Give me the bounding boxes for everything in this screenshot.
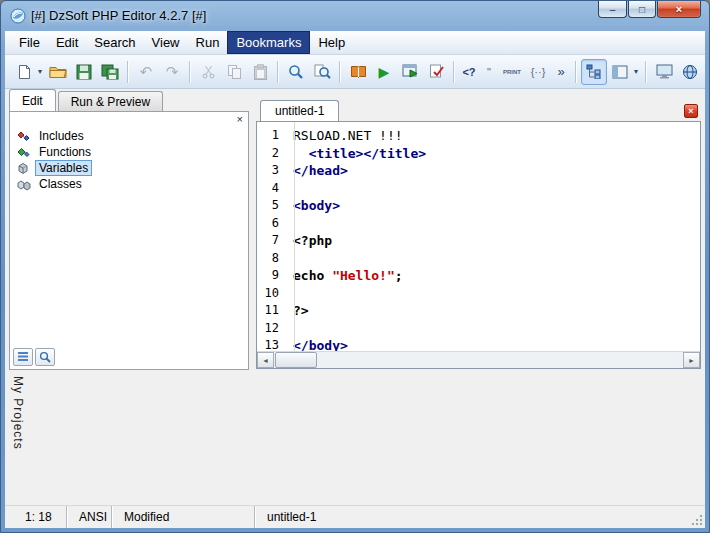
- undo-icon: ↶: [140, 64, 153, 79]
- copy-button[interactable]: [221, 59, 247, 85]
- code-line: 1RSLOAD.NET !!!: [257, 127, 700, 145]
- run-icon: ▶: [379, 65, 390, 79]
- includes-icon: [16, 130, 32, 143]
- layout-dropdown[interactable]: ▾: [631, 67, 641, 76]
- explorer-find-button[interactable]: [35, 348, 55, 366]
- find-next-button[interactable]: [309, 59, 335, 85]
- document-close-button[interactable]: ×: [684, 104, 698, 118]
- braces-button[interactable]: {··}: [525, 59, 551, 85]
- horizontal-scrollbar[interactable]: ◄ ►: [257, 351, 700, 368]
- php-tags-button[interactable]: <?: [459, 59, 479, 85]
- scroll-left-arrow[interactable]: ◄: [257, 352, 274, 368]
- line-number: 5: [257, 197, 288, 215]
- toolbar-separator: [453, 61, 455, 83]
- toolbar-right-overflow-button[interactable]: »: [703, 59, 710, 85]
- layout-button[interactable]: [607, 59, 633, 85]
- find-button[interactable]: [283, 59, 309, 85]
- tree-item-functions[interactable]: Functions: [16, 144, 244, 160]
- document-tab-untitled-1[interactable]: untitled-1: [260, 100, 339, 121]
- globe-icon: [682, 64, 698, 80]
- redo-icon: ↷: [166, 64, 179, 79]
- menu-search[interactable]: Search: [86, 31, 143, 54]
- browser-button[interactable]: [677, 59, 703, 85]
- line-number: 11: [257, 302, 288, 320]
- status-bar: 1: 18 ANSI Modified untitled-1: [5, 505, 705, 528]
- paste-button[interactable]: [247, 59, 273, 85]
- client-area: File Edit Search View Run Bookmarks Help…: [5, 31, 705, 528]
- menu-view[interactable]: View: [144, 31, 188, 54]
- tree-item-label: Includes: [35, 128, 88, 144]
- line-number: 3: [257, 162, 288, 180]
- new-document-button[interactable]: [11, 59, 37, 85]
- save-all-button[interactable]: [97, 59, 123, 85]
- line-number: 12: [257, 320, 288, 338]
- code-editor[interactable]: 1RSLOAD.NET !!! 2 <title></title> 3</hea…: [257, 122, 700, 351]
- line-number: 9: [257, 267, 288, 285]
- run-button[interactable]: ▶: [371, 59, 397, 85]
- tab-run-preview[interactable]: Run & Preview: [58, 91, 163, 111]
- find-icon: [288, 64, 304, 80]
- help-book-button[interactable]: [345, 59, 371, 85]
- code-explorer-toggle-button[interactable]: [581, 59, 607, 85]
- tree-item-variables[interactable]: Variables: [16, 160, 244, 176]
- tree-item-label: Functions: [35, 144, 95, 160]
- code-line: 9echo "Hello!";: [257, 267, 700, 285]
- code-explorer-panel: × Includes Functions Variables Classes: [9, 111, 249, 370]
- tree-view-icon: [586, 64, 602, 79]
- preview-window-button[interactable]: [651, 59, 677, 85]
- print-button[interactable]: PRINT: [499, 59, 525, 85]
- undo-button[interactable]: ↶: [133, 59, 159, 85]
- maximize-button[interactable]: □: [628, 1, 656, 18]
- monitor-icon: [656, 64, 673, 79]
- run-in-browser-button[interactable]: [397, 59, 423, 85]
- explorer-sort-button[interactable]: [13, 348, 33, 366]
- titlebar: [#] DzSoft PHP Editor 4.2.7 [#] – □ ×: [1, 1, 709, 31]
- line-number: 7: [257, 232, 288, 250]
- check-syntax-icon: [429, 64, 444, 79]
- check-syntax-button[interactable]: [423, 59, 449, 85]
- minimize-button[interactable]: –: [598, 1, 627, 18]
- status-filename: untitled-1: [255, 506, 705, 528]
- chevron-icon: »: [557, 64, 564, 79]
- menu-run[interactable]: Run: [188, 31, 228, 54]
- save-button[interactable]: [71, 59, 97, 85]
- quotes-button[interactable]: ": [479, 59, 499, 85]
- scroll-right-arrow[interactable]: ►: [683, 352, 700, 368]
- line-number: 8: [257, 250, 288, 268]
- editor-panel: untitled-1 × 1RSLOAD.NET !!! 2 <title></…: [256, 101, 701, 369]
- menu-help[interactable]: Help: [310, 31, 353, 54]
- tree-item-label: Classes: [35, 176, 86, 192]
- tab-edit[interactable]: Edit: [9, 89, 56, 111]
- paste-icon: [253, 64, 268, 80]
- menu-bar: File Edit Search View Run Bookmarks Help: [5, 31, 705, 55]
- toolbar-overflow-button[interactable]: »: [551, 59, 571, 85]
- scrollbar-thumb[interactable]: [275, 352, 317, 368]
- document-tabrow: untitled-1 ×: [256, 101, 701, 122]
- tree-item-includes[interactable]: Includes: [16, 128, 244, 144]
- new-document-dropdown[interactable]: ▾: [35, 67, 45, 76]
- close-button[interactable]: ×: [657, 1, 701, 18]
- open-file-button[interactable]: [45, 59, 71, 85]
- toolbar-separator: [189, 61, 191, 83]
- variables-icon: [16, 162, 32, 175]
- menu-bookmarks[interactable]: Bookmarks: [227, 31, 310, 54]
- window-title: [#] DzSoft PHP Editor 4.2.7 [#]: [31, 8, 206, 23]
- line-number: 10: [257, 285, 288, 303]
- menu-file[interactable]: File: [11, 31, 48, 54]
- toolbar-right-group: »: [641, 59, 710, 85]
- line-number: 1: [257, 127, 288, 145]
- my-projects-tab[interactable]: My Projects: [11, 376, 25, 516]
- menu-edit[interactable]: Edit: [48, 31, 86, 54]
- print-icon: PRINT: [503, 69, 521, 75]
- resize-grip[interactable]: [691, 514, 703, 526]
- scrollbar-track[interactable]: [317, 352, 683, 368]
- code-line: 2 <title></title>: [257, 145, 700, 163]
- cut-button[interactable]: [195, 59, 221, 85]
- line-number: 6: [257, 215, 288, 233]
- code-line: 4: [257, 180, 700, 198]
- code-line: 8: [257, 250, 700, 268]
- redo-button[interactable]: ↷: [159, 59, 185, 85]
- magnifier-icon: [39, 351, 51, 363]
- tree-item-classes[interactable]: Classes: [16, 176, 244, 192]
- explorer-close-icon[interactable]: ×: [237, 114, 243, 125]
